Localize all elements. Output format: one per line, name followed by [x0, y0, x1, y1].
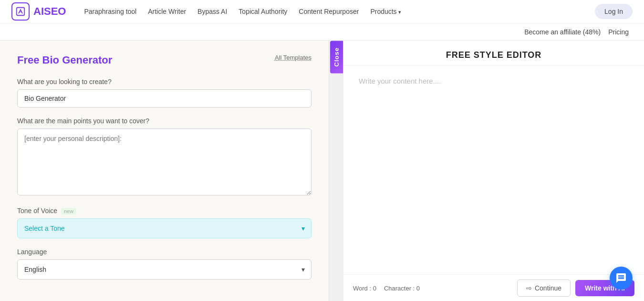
field2-label: What are the main points you want to cov…: [17, 117, 312, 125]
tone-select-wrapper: Select a Tone Professional Casual Friend…: [17, 218, 312, 238]
login-button[interactable]: Log In: [595, 4, 633, 19]
language-group: Language English Spanish French German I…: [17, 248, 312, 280]
logo-text: AISEO: [33, 5, 66, 18]
all-templates-link[interactable]: All Templates: [275, 54, 312, 61]
tone-badge: new: [61, 208, 76, 215]
what-to-create-input[interactable]: [17, 89, 312, 108]
panel-title: Free Bio Generator: [17, 54, 112, 66]
editor-placeholder: Write your content here....: [359, 77, 441, 85]
close-panel: Close: [329, 41, 343, 301]
right-panel: FREE STYLE EDITOR Write your content her…: [343, 41, 644, 301]
navbar: AISEO Paraphrasing tool Article Writer B…: [0, 0, 644, 41]
main-layout: Free Bio Generator All Templates What ar…: [0, 41, 644, 301]
word-count: Word : 0: [353, 285, 376, 292]
nav-article-writer[interactable]: Article Writer: [143, 5, 191, 18]
close-button[interactable]: Close: [330, 41, 343, 73]
continue-button[interactable]: ⇨ Continue: [517, 280, 571, 297]
nav-content-repurposer[interactable]: Content Repurposer: [294, 5, 364, 18]
svg-rect-0: [17, 8, 25, 16]
field1-label: What are you looking to create?: [17, 78, 312, 86]
editor-footer: Word : 0 Character : 0 ⇨ Continue Write …: [343, 274, 644, 301]
continue-arrow-icon: ⇨: [526, 284, 532, 292]
main-points-textarea[interactable]: [17, 129, 312, 195]
left-panel: Free Bio Generator All Templates What ar…: [0, 41, 329, 301]
logo[interactable]: AISEO: [11, 2, 66, 21]
nav-paraphrasing-tool[interactable]: Paraphrasing tool: [79, 5, 141, 18]
chat-bubble-button[interactable]: [610, 267, 633, 290]
field1-group: What are you looking to create?: [17, 78, 312, 108]
nav-products[interactable]: Products: [365, 5, 405, 18]
nav-pricing[interactable]: Pricing: [604, 26, 633, 38]
nav-affiliate[interactable]: Become an affiliate (48%): [520, 26, 604, 38]
language-select-wrapper: English Spanish French German Italian ▾: [17, 259, 312, 280]
editor-area[interactable]: Write your content here....: [343, 65, 644, 274]
editor-title: FREE STYLE EDITOR: [343, 41, 644, 65]
tone-label: Tone of Voice new: [17, 207, 312, 215]
char-count: Character : 0: [384, 285, 420, 292]
field2-group: What are the main points you want to cov…: [17, 117, 312, 197]
nav-topical-authority[interactable]: Topical Authority: [234, 5, 292, 18]
nav-bypass-ai[interactable]: Bypass AI: [193, 5, 232, 18]
continue-label: Continue: [535, 284, 561, 292]
nav-links: Paraphrasing tool Article Writer Bypass …: [79, 5, 589, 18]
tone-select[interactable]: Select a Tone Professional Casual Friend…: [17, 218, 312, 238]
tone-group: Tone of Voice new Select a Tone Professi…: [17, 207, 312, 238]
language-label: Language: [17, 248, 312, 256]
logo-icon: [11, 2, 30, 21]
language-select[interactable]: English Spanish French German Italian: [17, 259, 312, 280]
